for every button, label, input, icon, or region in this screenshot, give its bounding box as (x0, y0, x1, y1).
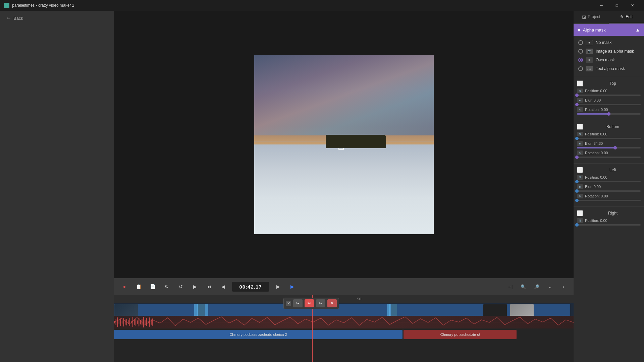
left-position-thumb[interactable] (575, 180, 579, 183)
redo-button[interactable]: ↺ (176, 282, 186, 292)
play-all-button[interactable]: ▶ (287, 282, 297, 292)
own-mask-label: Own mask (596, 58, 615, 62)
collapse-button[interactable]: ▲ (635, 27, 640, 33)
minimize-button[interactable]: ─ (594, 0, 609, 11)
undo-button[interactable]: ↻ (162, 282, 172, 292)
blur-icon-left: ■ (577, 184, 583, 189)
no-mask-icon: ■ (586, 40, 593, 45)
left-blur-label: Blur: 0.00 (585, 185, 641, 189)
mask-option-text-alpha[interactable]: Aa Text alpha mask (577, 65, 641, 73)
own-mask-icon: ≡ (586, 57, 593, 63)
tab-project[interactable]: ◪ Project (574, 11, 609, 23)
top-rotation-slider[interactable] (577, 113, 641, 115)
radio-own-mask[interactable] (578, 58, 583, 62)
cut-left-button[interactable]: ✂ (293, 299, 303, 307)
waveform-track (114, 316, 574, 328)
scroll-right-button[interactable]: › (559, 282, 568, 291)
subtitle-text-2: Chmury po zachodzie sł (440, 333, 480, 337)
fit-button[interactable]: →| (505, 282, 515, 291)
radio-no-mask[interactable] (578, 40, 583, 45)
maximize-button[interactable]: □ (609, 0, 625, 11)
waveform-svg (114, 316, 574, 328)
bottom-position-label: Position: 0.00 (585, 132, 641, 136)
left-position-label: Position: 0.00 (585, 175, 641, 179)
record-button[interactable]: ● (119, 282, 129, 292)
image-alpha-label: Image as alpha mask (596, 49, 634, 54)
alpha-mask-header: ■ Alpha mask ▲ (574, 24, 644, 36)
cut-right-button[interactable]: ✂ (316, 299, 325, 307)
zoom-in-button[interactable]: 🔎 (532, 282, 541, 291)
right-position-thumb[interactable] (575, 223, 579, 227)
subtitle-text-1: Chmury podczas zachodu słońca 2 (229, 333, 287, 337)
radio-image-alpha[interactable] (578, 49, 583, 54)
window-controls: ─ □ ✕ (594, 0, 640, 11)
skip-back-button[interactable]: ⏮ (204, 282, 214, 292)
close-button[interactable]: ✕ (625, 0, 640, 11)
top-color-swatch[interactable] (577, 80, 583, 86)
left-rotation-thumb[interactable] (575, 199, 579, 202)
subtitle-clip-1[interactable]: Chmury podczas zachodu słońca 2 (114, 330, 402, 339)
left-blur-slider[interactable] (577, 190, 641, 192)
top-position-row: ⇅ Position: 0.00 (577, 88, 641, 93)
bottom-blur-thumb[interactable] (613, 146, 617, 149)
tab-edit-label: Edit (626, 14, 633, 19)
timeline-ruler: 50 (114, 295, 574, 303)
play-button[interactable]: ▶ (273, 282, 283, 292)
top-blur-thumb[interactable] (575, 103, 579, 106)
top-position-thumb[interactable] (575, 94, 579, 97)
delete-button[interactable]: ✕ (327, 299, 337, 307)
image-alpha-icon: 📷 (586, 49, 593, 54)
popup-close-button[interactable]: ✕ (286, 301, 291, 306)
zoom-out-button[interactable]: 🔍 (519, 282, 528, 291)
top-position-slider[interactable] (577, 95, 641, 96)
prev-frame-button[interactable]: ◀ (218, 282, 228, 292)
left-position-slider[interactable] (577, 181, 641, 182)
radio-text-alpha[interactable] (578, 66, 583, 71)
bottom-color-swatch[interactable] (577, 124, 583, 130)
right-label: Right (585, 211, 641, 216)
divider-2 (574, 120, 644, 120)
left-blur-row: ■ Blur: 0.00 (577, 184, 641, 189)
bottom-rotation-label: Rotation: 0.00 (585, 151, 641, 155)
left-blur-thumb[interactable] (575, 189, 579, 193)
top-rotation-thumb[interactable] (607, 112, 610, 116)
subtitle-clip-2[interactable]: Chmury po zachodzie sł (404, 330, 517, 339)
cut-button[interactable]: ✂ (305, 299, 314, 307)
bottom-section: Bottom ⇅ Position: 0.00 ■ Blur: 34.30 (574, 122, 644, 162)
left-section: Left ⇅ Position: 0.00 ■ Blur: 0.00 (574, 165, 644, 205)
app-icon (4, 3, 9, 8)
center-content: ● 📋 📄 ↻ ↺ ▶ ⏮ ◀ 00:42.17 ▶ ▶ →| 🔍 🔎 ⌄ › … (114, 11, 574, 362)
mask-option-image-alpha[interactable]: 📷 Image as alpha mask (577, 47, 641, 55)
expand-button[interactable]: ⌄ (545, 282, 555, 291)
water-reflection (254, 144, 434, 234)
bottom-position-thumb[interactable] (575, 137, 579, 140)
divider-4 (574, 206, 644, 207)
tab-project-label: Project (588, 14, 600, 19)
title-bar: paralleltimes - crazy video maker 2 ─ □ … (0, 0, 644, 11)
left-position-row: ⇅ Position: 0.00 (577, 175, 641, 180)
right-color-swatch[interactable] (577, 210, 583, 216)
left-color-swatch[interactable] (577, 167, 583, 173)
bottom-rotation-slider[interactable] (577, 157, 641, 158)
bottom-rotation-thumb[interactable] (575, 156, 579, 159)
rotation-icon-top: ↻ (577, 107, 583, 112)
bottom-position-slider[interactable] (577, 138, 641, 139)
marker-button[interactable]: ▶ (190, 282, 200, 292)
position-icon: ⇅ (577, 88, 583, 93)
mask-option-own-mask[interactable]: ≡ Own mask (577, 56, 641, 64)
paste-button[interactable]: 📄 (148, 282, 158, 292)
right-position-slider[interactable] (577, 224, 641, 226)
top-position-label: Position: 0.00 (585, 89, 641, 93)
rotation-icon-bottom: ↻ (577, 150, 583, 155)
window-title: paralleltimes - crazy video maker 2 (12, 3, 594, 8)
top-rotation-label: Rotation: 0.00 (585, 108, 641, 112)
bottom-blur-slider[interactable] (577, 147, 641, 148)
mask-option-no-mask[interactable]: ■ No mask (577, 39, 641, 47)
left-rotation-slider[interactable] (577, 200, 641, 201)
tab-edit[interactable]: ✎ Edit (609, 11, 644, 23)
back-button[interactable]: ← Back (0, 11, 114, 26)
top-blur-slider[interactable] (577, 104, 641, 105)
ruler-mark-50: 50 (357, 297, 361, 301)
right-panel: ◪ Project ✎ Edit ■ Alpha mask ▲ ■ No mas… (574, 11, 644, 362)
copy-button[interactable]: 📋 (133, 282, 144, 292)
